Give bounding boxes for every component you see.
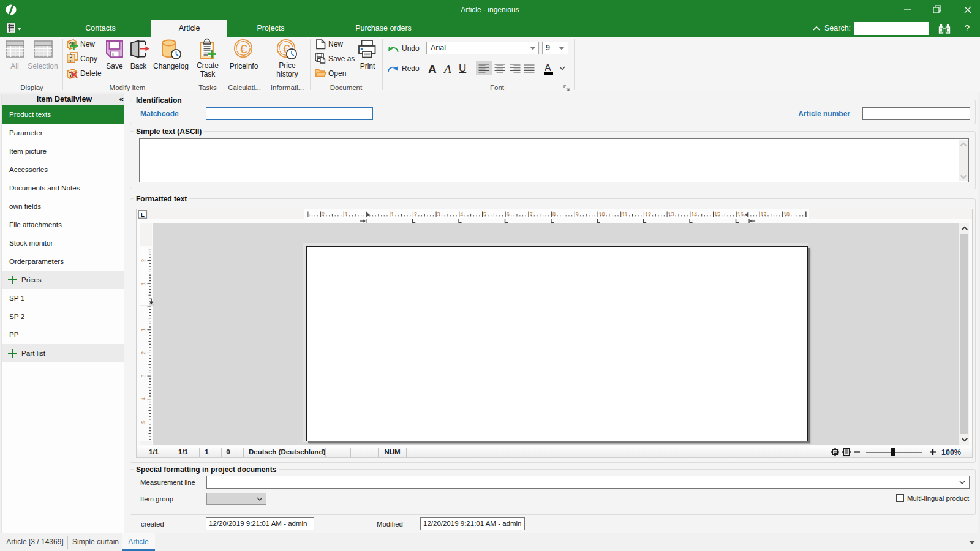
svg-text:6: 6: [507, 211, 510, 217]
svg-text:€: €: [240, 42, 247, 56]
svg-text:1: 1: [140, 328, 146, 331]
svg-text:1: 1: [140, 282, 146, 285]
svg-text:16: 16: [737, 211, 744, 217]
svg-text:A: A: [545, 62, 551, 73]
svg-text:2: 2: [414, 211, 417, 217]
svg-text:4: 4: [140, 397, 146, 400]
svg-text:L: L: [141, 211, 145, 218]
svg-text:3: 3: [437, 211, 440, 217]
svg-text:5: 5: [483, 211, 486, 217]
svg-text:15: 15: [714, 211, 720, 217]
svg-text:2: 2: [140, 351, 146, 354]
svg-text:100%: 100%: [941, 448, 961, 457]
svg-text:17: 17: [760, 211, 766, 217]
svg-text:13: 13: [668, 211, 674, 217]
svg-text:5: 5: [140, 421, 146, 424]
svg-text:U: U: [459, 62, 466, 74]
svg-text:2: 2: [322, 211, 325, 217]
svg-text:9: 9: [576, 211, 579, 217]
svg-text:2: 2: [140, 259, 146, 262]
svg-text:12: 12: [645, 211, 651, 217]
svg-text:3: 3: [140, 375, 146, 378]
svg-text:1: 1: [345, 211, 348, 217]
svg-text:14: 14: [691, 211, 697, 217]
svg-text:Arial: Arial: [431, 43, 446, 52]
svg-text:7: 7: [529, 211, 532, 217]
svg-text:8: 8: [552, 211, 556, 217]
svg-text:10: 10: [599, 211, 605, 217]
svg-text:1: 1: [391, 211, 394, 217]
svg-text:9: 9: [546, 43, 550, 52]
svg-text:4: 4: [460, 211, 463, 217]
svg-text:A: A: [428, 62, 437, 75]
svg-text:A: A: [443, 62, 451, 75]
svg-text:18: 18: [783, 211, 790, 217]
